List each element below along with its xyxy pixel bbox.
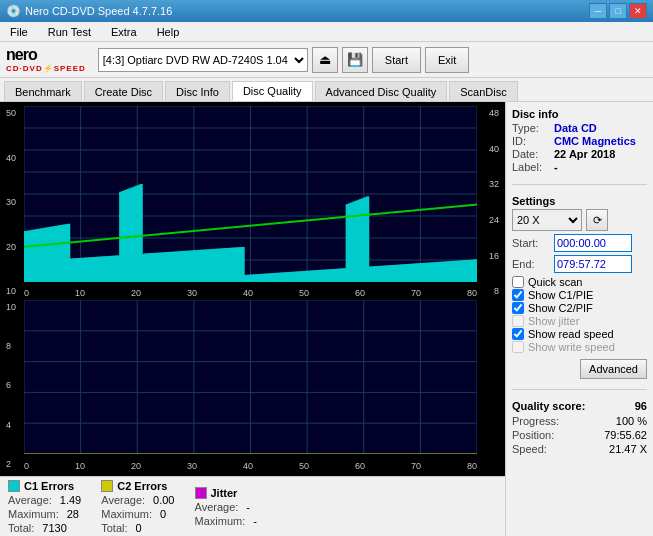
tab-advanced-disc-quality[interactable]: Advanced Disc Quality bbox=[315, 81, 448, 101]
quick-scan-row: Quick scan bbox=[512, 276, 647, 288]
divider-1 bbox=[512, 184, 647, 185]
legend-jitter: Jitter Average: - Maximum: - bbox=[195, 487, 257, 527]
disc-type-value: Data CD bbox=[554, 122, 597, 134]
quality-score-row: Quality score: 96 bbox=[512, 400, 647, 412]
legend-c1-total-row: Total: 7130 bbox=[8, 522, 81, 534]
show-c2-row: Show C2/PIF bbox=[512, 302, 647, 314]
right-panel: Disc info Type: Data CD ID: CMC Magnetic… bbox=[505, 102, 653, 536]
disc-label-row: Label: - bbox=[512, 161, 647, 173]
show-c2-label: Show C2/PIF bbox=[528, 302, 593, 314]
speed-label: Speed: bbox=[512, 443, 547, 455]
speed-row: 20 X ⟳ bbox=[512, 209, 647, 231]
tab-create-disc[interactable]: Create Disc bbox=[84, 81, 163, 101]
start-time-label: Start: bbox=[512, 237, 550, 249]
menu-help[interactable]: Help bbox=[151, 24, 186, 40]
legend-c2-color bbox=[101, 480, 113, 492]
legend-area: C1 Errors Average: 1.49 Maximum: 28 Tota… bbox=[0, 476, 505, 536]
logo: nero CD·DVD⚡SPEED bbox=[6, 46, 86, 73]
start-button[interactable]: Start bbox=[372, 47, 421, 73]
quality-score-label: Quality score: bbox=[512, 400, 585, 412]
disc-label-value: - bbox=[554, 161, 558, 173]
disc-id-label: ID: bbox=[512, 135, 550, 147]
start-time-input[interactable] bbox=[554, 234, 632, 252]
show-read-speed-checkbox[interactable] bbox=[512, 328, 524, 340]
quality-score-value: 96 bbox=[635, 400, 647, 412]
disc-label-label: Label: bbox=[512, 161, 550, 173]
bottom-chart-canvas bbox=[24, 300, 477, 454]
menu-file[interactable]: File bbox=[4, 24, 34, 40]
title-bar-text: Nero CD-DVD Speed 4.7.7.16 bbox=[25, 5, 172, 17]
legend-jitter-header: Jitter bbox=[195, 487, 257, 499]
y-axis-left-top: 5040302010 bbox=[4, 106, 24, 298]
tab-scandisc[interactable]: ScanDisc bbox=[449, 81, 517, 101]
position-value: 79:55.62 bbox=[604, 429, 647, 441]
menu-extra[interactable]: Extra bbox=[105, 24, 143, 40]
disc-type-label: Type: bbox=[512, 122, 550, 134]
show-c1-label: Show C1/PIE bbox=[528, 289, 593, 301]
exit-button[interactable]: Exit bbox=[425, 47, 469, 73]
legend-c1-avg-row: Average: 1.49 bbox=[8, 494, 81, 506]
legend-jitter-max-row: Maximum: - bbox=[195, 515, 257, 527]
start-time-row: Start: bbox=[512, 234, 647, 252]
title-bar-left: 💿 Nero CD-DVD Speed 4.7.7.16 bbox=[6, 4, 172, 18]
legend-c2-header: C2 Errors bbox=[101, 480, 174, 492]
y-axis-right-top: 48403224168 bbox=[477, 106, 501, 298]
show-jitter-row: Show jitter bbox=[512, 315, 647, 327]
show-write-speed-row: Show write speed bbox=[512, 341, 647, 353]
legend-jitter-avg-row: Average: - bbox=[195, 501, 257, 513]
quick-scan-label: Quick scan bbox=[528, 276, 582, 288]
disc-info-section: Disc info Type: Data CD ID: CMC Magnetic… bbox=[512, 108, 647, 174]
maximize-button[interactable]: □ bbox=[609, 3, 627, 19]
speed-row-2: Speed: 21.47 X bbox=[512, 443, 647, 455]
position-label: Position: bbox=[512, 429, 554, 441]
legend-c1: C1 Errors Average: 1.49 Maximum: 28 Tota… bbox=[8, 480, 81, 534]
quick-scan-checkbox[interactable] bbox=[512, 276, 524, 288]
progress-value: 100 % bbox=[616, 415, 647, 427]
speed-selector[interactable]: 20 X bbox=[512, 209, 582, 231]
progress-label: Progress: bbox=[512, 415, 559, 427]
legend-c2-max-row: Maximum: 0 bbox=[101, 508, 174, 520]
show-write-speed-checkbox[interactable] bbox=[512, 341, 524, 353]
settings-title: Settings bbox=[512, 195, 647, 207]
legend-c2-total-row: Total: 0 bbox=[101, 522, 174, 534]
main-content: 48403224168 5040302010 01020304050607080… bbox=[0, 102, 653, 536]
title-bar-controls[interactable]: ─ □ ✕ bbox=[589, 3, 647, 19]
legend-c1-label: C1 Errors bbox=[24, 480, 74, 492]
save-button[interactable]: 💾 bbox=[342, 47, 368, 73]
legend-jitter-color bbox=[195, 487, 207, 499]
show-write-speed-label: Show write speed bbox=[528, 341, 615, 353]
close-button[interactable]: ✕ bbox=[629, 3, 647, 19]
menu-bar: File Run Test Extra Help bbox=[0, 22, 653, 42]
show-jitter-label: Show jitter bbox=[528, 315, 579, 327]
legend-c1-color bbox=[8, 480, 20, 492]
tab-disc-info[interactable]: Disc Info bbox=[165, 81, 230, 101]
advanced-btn-row: Advanced bbox=[512, 357, 647, 379]
eject-button[interactable]: ⏏ bbox=[312, 47, 338, 73]
show-jitter-checkbox[interactable] bbox=[512, 315, 524, 327]
x-axis-top: 01020304050607080 bbox=[24, 288, 477, 298]
tab-disc-quality[interactable]: Disc Quality bbox=[232, 81, 313, 101]
y-axis-left-bottom: 108642 bbox=[4, 300, 24, 470]
logo-nero: nero bbox=[6, 46, 37, 63]
logo-sub: CD·DVD⚡SPEED bbox=[6, 64, 86, 73]
show-c2-checkbox[interactable] bbox=[512, 302, 524, 314]
top-chart: 48403224168 5040302010 01020304050607080 bbox=[4, 106, 501, 298]
drive-selector[interactable]: [4:3] Optiarc DVD RW AD-7240S 1.04 bbox=[98, 48, 308, 72]
disc-date-label: Date: bbox=[512, 148, 550, 160]
tab-benchmark[interactable]: Benchmark bbox=[4, 81, 82, 101]
advanced-button[interactable]: Advanced bbox=[580, 359, 647, 379]
legend-jitter-label: Jitter bbox=[211, 487, 238, 499]
disc-id-row: ID: CMC Magnetics bbox=[512, 135, 647, 147]
show-c1-checkbox[interactable] bbox=[512, 289, 524, 301]
menu-run-test[interactable]: Run Test bbox=[42, 24, 97, 40]
settings-section: Settings 20 X ⟳ Start: End: Quick scan bbox=[512, 195, 647, 379]
refresh-button[interactable]: ⟳ bbox=[586, 209, 608, 231]
end-time-input[interactable] bbox=[554, 255, 632, 273]
show-c1-row: Show C1/PIE bbox=[512, 289, 647, 301]
end-time-row: End: bbox=[512, 255, 647, 273]
minimize-button[interactable]: ─ bbox=[589, 3, 607, 19]
legend-c1-header: C1 Errors bbox=[8, 480, 81, 492]
chart-panel: 48403224168 5040302010 01020304050607080… bbox=[0, 102, 505, 536]
quality-section: Quality score: 96 Progress: 100 % Positi… bbox=[512, 400, 647, 457]
speed-value: 21.47 X bbox=[609, 443, 647, 455]
